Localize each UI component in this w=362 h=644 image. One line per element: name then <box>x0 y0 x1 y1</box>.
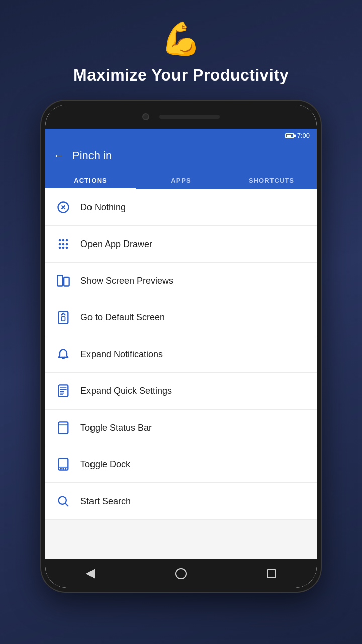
tabs-bar: ACTIONS APPS SHORTCUTS <box>45 170 317 189</box>
bottom-nav <box>45 559 317 588</box>
phone-top-hardware <box>45 105 317 129</box>
svg-rect-22 <box>59 422 68 433</box>
svg-point-28 <box>65 468 67 470</box>
action-toggle-dock[interactable]: Toggle Dock <box>45 446 317 483</box>
action-do-nothing-label: Do Nothing <box>80 202 126 213</box>
quick-settings-icon <box>55 383 71 399</box>
back-button[interactable]: ← <box>53 150 64 162</box>
grid-icon <box>55 236 71 252</box>
svg-point-7 <box>62 243 65 246</box>
action-expand-quick-settings-label: Expand Quick Settings <box>80 386 172 396</box>
svg-point-3 <box>59 239 61 242</box>
header-area: 💪 Maximize Your Productivity <box>73 0 289 100</box>
action-go-to-default-screen[interactable]: Go to Default Screen <box>45 299 317 336</box>
status-time: 7:00 <box>297 132 310 139</box>
tab-shortcuts[interactable]: SHORTCUTS <box>226 170 317 189</box>
camera-dot <box>142 113 149 120</box>
action-start-search-label: Start Search <box>80 496 131 507</box>
dock-icon <box>55 456 71 472</box>
svg-point-6 <box>59 243 61 246</box>
home-screen-icon <box>55 309 71 326</box>
action-show-screen-previews-label: Show Screen Previews <box>80 276 173 286</box>
svg-line-30 <box>65 503 68 506</box>
app-bar: ← Pinch in <box>45 142 317 170</box>
svg-point-4 <box>62 239 65 242</box>
action-show-screen-previews[interactable]: Show Screen Previews <box>45 263 317 299</box>
phone-inner: 7:00 ← Pinch in ACTIONS APPS SHORTCUTS D… <box>45 105 317 588</box>
svg-rect-12 <box>57 276 63 286</box>
action-list: Do Nothing Op <box>45 189 317 559</box>
svg-point-26 <box>60 468 62 470</box>
screen-preview-icon <box>55 273 71 289</box>
nav-recents-button[interactable] <box>261 564 282 584</box>
svg-point-11 <box>66 247 68 249</box>
action-toggle-status-bar-label: Toggle Status Bar <box>80 423 152 433</box>
svg-point-8 <box>66 243 68 246</box>
home-circle-icon <box>175 568 187 579</box>
back-triangle-icon <box>86 569 95 579</box>
action-open-app-drawer-label: Open App Drawer <box>80 239 152 250</box>
nav-back-button[interactable] <box>80 564 101 584</box>
phone-frame: 7:00 ← Pinch in ACTIONS APPS SHORTCUTS D… <box>40 100 322 593</box>
x-circle-icon <box>55 199 71 215</box>
recents-square-icon <box>267 569 276 578</box>
status-right: 7:00 <box>285 132 310 139</box>
battery-icon <box>285 133 294 138</box>
action-go-to-default-screen-label: Go to Default Screen <box>80 312 165 323</box>
header-tagline: Maximize Your Productivity <box>73 66 289 85</box>
action-toggle-dock-label: Toggle Dock <box>80 459 130 470</box>
action-expand-quick-settings[interactable]: Expand Quick Settings <box>45 373 317 410</box>
tab-apps[interactable]: APPS <box>136 170 226 189</box>
speaker-bar <box>159 115 220 119</box>
svg-point-5 <box>66 239 68 242</box>
action-do-nothing[interactable]: Do Nothing <box>45 189 317 226</box>
status-bar-icon <box>55 420 71 436</box>
bell-icon <box>55 346 71 362</box>
action-toggle-status-bar[interactable]: Toggle Status Bar <box>45 410 317 446</box>
action-start-search[interactable]: Start Search <box>45 483 317 520</box>
tab-actions[interactable]: ACTIONS <box>45 170 136 189</box>
action-expand-notifications-label: Expand Notifications <box>80 349 163 360</box>
svg-rect-15 <box>62 317 65 321</box>
search-icon <box>55 493 71 509</box>
svg-point-9 <box>59 247 61 249</box>
svg-point-27 <box>62 468 64 470</box>
svg-rect-13 <box>64 277 69 286</box>
app-title: Pinch in <box>72 149 112 163</box>
nav-home-button[interactable] <box>171 564 191 584</box>
action-expand-notifications[interactable]: Expand Notifications <box>45 336 317 373</box>
header-emoji: 💪 <box>161 20 201 58</box>
status-bar: 7:00 <box>45 129 317 142</box>
svg-point-10 <box>62 247 65 249</box>
action-open-app-drawer[interactable]: Open App Drawer <box>45 226 317 263</box>
